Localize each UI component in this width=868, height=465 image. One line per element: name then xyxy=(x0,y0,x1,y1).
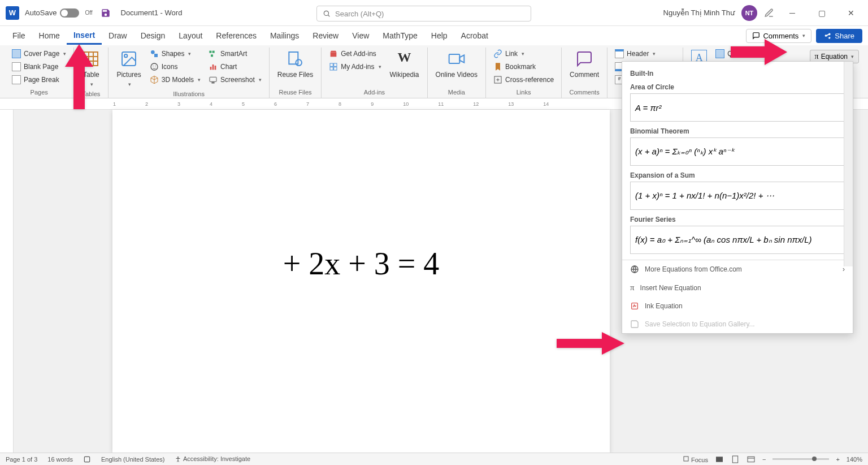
reuse-files-button[interactable]: Reuse Files xyxy=(274,48,316,81)
screenshot-button[interactable]: Screenshot▾ xyxy=(206,74,264,86)
pi-icon: π xyxy=(630,283,635,292)
vertical-ruler[interactable] xyxy=(0,110,14,453)
eq-item-expansion[interactable]: (1 + x)ⁿ = 1 + nx/1! + n(n−1)x²/2! + ⋯ xyxy=(630,182,845,210)
tab-home[interactable]: Home xyxy=(32,28,67,44)
svg-point-8 xyxy=(124,54,127,57)
pictures-button[interactable]: Pictures▾ xyxy=(113,48,144,89)
svg-rect-29 xyxy=(449,54,459,63)
word-app-icon: W xyxy=(6,6,19,20)
autosave-label: AutoSave xyxy=(25,8,57,17)
tab-insert[interactable]: Insert xyxy=(67,27,102,45)
pictures-icon xyxy=(120,50,138,68)
accessibility-icon xyxy=(175,456,181,463)
group-illustrations: Pictures▾ Shapes▾ Icons 3D Models▾ Smart… xyxy=(108,48,269,98)
comment-button[interactable]: Comment xyxy=(566,48,602,81)
shapes-button[interactable]: Shapes▾ xyxy=(147,48,203,60)
link-button[interactable]: Link▾ xyxy=(491,48,557,60)
close-button[interactable]: ✕ xyxy=(840,5,862,21)
annotation-arrow-insert-new xyxy=(557,331,624,359)
read-mode-icon[interactable] xyxy=(715,455,724,464)
online-videos-button[interactable]: Online Videos xyxy=(432,48,481,81)
group-links: Link▾ Bookmark Cross-reference Links xyxy=(486,48,562,98)
svg-marker-35 xyxy=(557,332,624,355)
cover-page-button[interactable]: Cover Page▾ xyxy=(9,48,69,60)
ink-equation-button[interactable]: Ink Equation xyxy=(622,297,853,315)
eq-item-title: Fourier Series xyxy=(630,216,845,223)
insert-new-equation-button[interactable]: π Insert New Equation xyxy=(622,278,853,297)
print-layout-icon[interactable] xyxy=(731,455,740,464)
tab-references[interactable]: References xyxy=(209,28,263,44)
svg-rect-22 xyxy=(289,52,298,64)
smartart-button[interactable]: SmartArt xyxy=(206,48,264,60)
svg-line-1 xyxy=(328,15,329,16)
tab-file[interactable]: File xyxy=(6,28,32,44)
status-accessibility[interactable]: Accessibility: Investigate xyxy=(175,455,250,463)
web-layout-icon[interactable] xyxy=(747,455,756,464)
3d-models-button[interactable]: 3D Models▾ xyxy=(147,74,203,86)
share-button[interactable]: Share xyxy=(816,29,862,43)
svg-rect-10 xyxy=(154,54,158,57)
wikipedia-button[interactable]: W Wikipedia xyxy=(387,48,423,81)
svg-rect-38 xyxy=(684,457,688,461)
pen-icon[interactable] xyxy=(764,8,774,18)
minimize-button[interactable]: ─ xyxy=(781,5,804,21)
reuse-files-icon xyxy=(286,50,304,68)
cross-reference-button[interactable]: Cross-reference xyxy=(491,74,557,86)
my-addins-button[interactable]: My Add-ins▾ xyxy=(326,61,384,73)
spellcheck-icon[interactable] xyxy=(83,455,91,463)
svg-marker-33 xyxy=(65,44,93,109)
shapes-icon xyxy=(150,49,159,58)
bookmark-icon xyxy=(493,62,502,71)
status-language[interactable]: English (United States) xyxy=(101,456,165,463)
builtin-section-label: Built-In xyxy=(630,70,845,78)
page-break-button[interactable]: Page Break xyxy=(9,74,69,86)
status-words[interactable]: 16 words xyxy=(47,456,73,463)
eq-panel-scrollbar[interactable] xyxy=(844,62,853,266)
tab-acrobat[interactable]: Acrobat xyxy=(454,28,495,44)
blank-page-button[interactable]: Blank Page xyxy=(9,61,69,73)
chart-button[interactable]: Chart xyxy=(206,61,264,73)
status-focus[interactable]: Focus xyxy=(683,455,708,463)
search-box[interactable]: Search (Alt+Q) xyxy=(316,6,531,21)
status-bar: Page 1 of 3 16 words English (United Sta… xyxy=(0,453,868,465)
autosave-toggle[interactable] xyxy=(60,8,79,18)
save-icon[interactable] xyxy=(101,8,111,18)
user-name: Nguyễn Thị Minh Thư xyxy=(663,8,735,17)
equation-content[interactable]: + 2x + 3 = 4 xyxy=(283,246,440,282)
focus-icon xyxy=(683,455,689,462)
tab-help[interactable]: Help xyxy=(424,28,454,44)
tab-view[interactable]: View xyxy=(345,28,376,44)
tab-draw[interactable]: Draw xyxy=(102,28,134,44)
eq-item-area-circle[interactable]: A = πr² xyxy=(630,93,845,122)
eq-item-title: Binomial Theorem xyxy=(630,127,845,135)
tab-review[interactable]: Review xyxy=(306,28,345,44)
get-addins-button[interactable]: Get Add-ins xyxy=(326,48,384,60)
zoom-slider[interactable] xyxy=(772,458,829,460)
tab-mailings[interactable]: Mailings xyxy=(263,28,306,44)
zoom-out-button[interactable]: − xyxy=(762,456,766,463)
zoom-in-button[interactable]: + xyxy=(836,456,839,463)
svg-marker-34 xyxy=(731,39,787,65)
document-page[interactable]: + 2x + 3 = 4 xyxy=(112,110,610,453)
maximize-button[interactable]: ▢ xyxy=(810,5,833,21)
avatar[interactable]: NT xyxy=(741,5,757,21)
bookmark-button[interactable]: Bookmark xyxy=(491,61,557,73)
icons-button[interactable]: Icons xyxy=(147,61,203,73)
xref-icon xyxy=(493,75,502,84)
tab-mathtype[interactable]: MathType xyxy=(376,28,424,44)
header-button[interactable]: Header▾ xyxy=(612,48,678,60)
tab-layout[interactable]: Layout xyxy=(172,28,209,44)
eq-item-binomial[interactable]: (x + a)ⁿ = Σₖ₌₀ⁿ (ⁿₖ) xᵏ aⁿ⁻ᵏ xyxy=(630,137,845,166)
annotation-arrow-insert-tab xyxy=(62,44,96,111)
svg-rect-41 xyxy=(748,457,754,462)
svg-point-0 xyxy=(324,11,328,15)
svg-rect-18 xyxy=(212,64,214,70)
svg-rect-26 xyxy=(334,63,337,66)
zoom-level[interactable]: 140% xyxy=(847,456,862,463)
more-equations-button[interactable]: More Equations from Office.com › xyxy=(622,260,853,278)
comment-icon xyxy=(575,50,593,68)
svg-rect-16 xyxy=(211,54,213,57)
tab-design[interactable]: Design xyxy=(134,28,172,44)
status-page[interactable]: Page 1 of 3 xyxy=(6,456,37,463)
eq-item-fourier[interactable]: f(x) = a₀ + Σₙ₌₁^∞ (aₙ cos nπx/L + bₙ si… xyxy=(630,226,845,254)
